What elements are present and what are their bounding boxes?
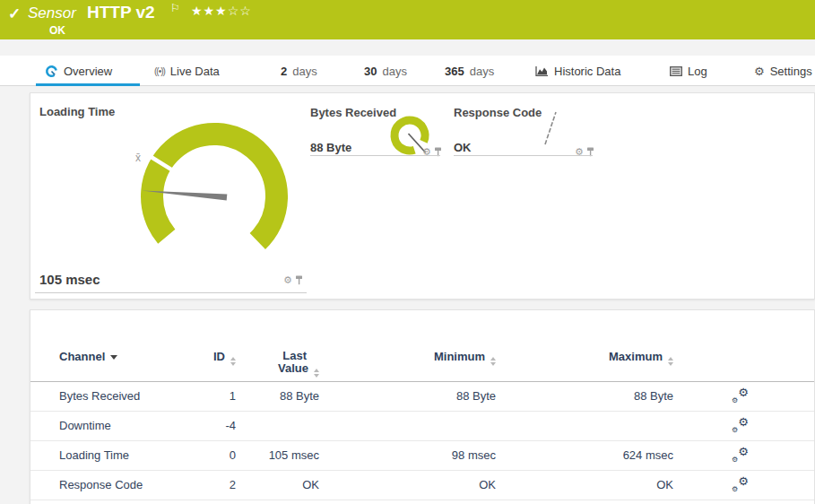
priority-stars[interactable]: ★★★☆☆ bbox=[191, 4, 252, 18]
sort-icon bbox=[490, 357, 496, 366]
bytes-received-title: Bytes Received bbox=[310, 106, 396, 119]
cell-channel: Bytes Received bbox=[59, 382, 140, 411]
flag-icon: ⚐ bbox=[170, 2, 180, 14]
sort-desc-icon bbox=[110, 355, 117, 360]
channel-settings-gears-icon[interactable]: ⚙⚙ bbox=[732, 478, 749, 493]
sensor-title: HTTP v2 bbox=[87, 3, 155, 22]
response-code-value: OK bbox=[454, 141, 472, 154]
sensor-header: ✓ Sensor HTTP v2 ⚐ ★★★☆☆ OK bbox=[0, 0, 815, 39]
header-channel[interactable]: Channel bbox=[59, 350, 117, 363]
cell-id: 2 bbox=[156, 471, 236, 500]
table-row: Bytes Received 1 88 Byte 88 Byte 88 Byte… bbox=[30, 382, 814, 412]
header-maximum-label: Maximum bbox=[609, 350, 663, 363]
cell-last-value: OK bbox=[238, 471, 319, 500]
cell-id: 0 bbox=[156, 441, 236, 470]
tab-30-days[interactable]: 30 days bbox=[364, 56, 407, 86]
channel-settings-gears-icon[interactable]: ⚙⚙ bbox=[732, 419, 749, 434]
cell-channel: Loading Time bbox=[59, 441, 129, 470]
table-row: Loading Time 0 105 msec 98 msec 624 msec… bbox=[30, 441, 814, 471]
loading-time-panel-actions[interactable]: ⚙ bbox=[283, 275, 303, 285]
active-tab-underline bbox=[36, 83, 140, 86]
cell-minimum: OK bbox=[379, 471, 496, 500]
loading-time-gauge: x̄ bbox=[125, 111, 304, 264]
channel-table-header: Channel ID Last Value Minimum Maximum bbox=[30, 310, 814, 382]
header-maximum[interactable]: Maximum bbox=[557, 350, 673, 366]
cell-maximum: OK bbox=[557, 471, 673, 500]
tab-live-data-label: Live Data bbox=[170, 65, 220, 78]
tab-settings-label: Settings bbox=[770, 65, 812, 78]
tab-log[interactable]: Log bbox=[670, 56, 707, 86]
header-id[interactable]: ID bbox=[156, 350, 236, 366]
gear-icon[interactable]: ⚙ bbox=[283, 275, 292, 285]
gauge-icon bbox=[45, 65, 58, 78]
header-minimum-label: Minimum bbox=[434, 350, 485, 363]
sort-icon bbox=[230, 357, 236, 366]
table-row: Response Code 2 OK OK OK ⚙⚙ bbox=[30, 471, 814, 500]
sort-icon bbox=[314, 369, 319, 378]
bytes-received-divider bbox=[310, 155, 440, 156]
tab-30-days-label: days bbox=[382, 65, 406, 78]
area-chart-icon bbox=[534, 65, 549, 77]
tab-365-days-label: days bbox=[470, 65, 494, 78]
live-data-icon: ((•)) bbox=[154, 66, 165, 76]
tab-overview-label: Overview bbox=[64, 65, 112, 78]
cell-id: -4 bbox=[156, 412, 236, 440]
tab-overview[interactable]: Overview bbox=[45, 56, 112, 86]
table-row: Downtime -4 ⚙⚙ bbox=[30, 412, 814, 441]
cell-minimum: 98 msec bbox=[379, 441, 496, 470]
cell-channel: Downtime bbox=[59, 412, 111, 440]
tab-2-days-number: 2 bbox=[281, 65, 287, 78]
log-list-icon bbox=[670, 66, 682, 76]
tab-bar: Overview ((•)) Live Data 2 days 30 days … bbox=[0, 56, 815, 86]
sensor-kind-label: Sensor bbox=[28, 4, 76, 22]
header-last-value[interactable]: Last Value bbox=[238, 350, 319, 378]
tab-live-data[interactable]: ((•)) Live Data bbox=[154, 56, 220, 86]
cell-last-value: 88 Byte bbox=[238, 382, 319, 411]
sensor-status-text: OK bbox=[49, 24, 65, 37]
tab-30-days-number: 30 bbox=[364, 65, 377, 78]
prtg-sensor-page: { "colors": { "accent_green": "#b6c518",… bbox=[0, 0, 815, 504]
settings-gear-icon: ⚙ bbox=[754, 65, 765, 77]
header-id-label: ID bbox=[213, 350, 225, 363]
tab-historic-data-label: Historic Data bbox=[554, 65, 620, 78]
tab-365-days-number: 365 bbox=[445, 65, 464, 78]
tab-2-days[interactable]: 2 days bbox=[281, 56, 317, 86]
cell-id: 1 bbox=[156, 382, 236, 411]
pin-icon[interactable] bbox=[295, 275, 303, 285]
channel-settings-gears-icon[interactable]: ⚙⚙ bbox=[732, 448, 749, 464]
gauges-panel: Loading Time x̄ 0 msec 624 msec 105 msec… bbox=[30, 92, 815, 300]
header-last-value-line1: Last bbox=[238, 350, 319, 362]
bytes-received-value: 88 Byte bbox=[310, 141, 351, 154]
cell-minimum: 88 Byte bbox=[379, 382, 496, 411]
tab-settings[interactable]: ⚙ Settings bbox=[754, 56, 812, 86]
gauge-needle bbox=[545, 112, 556, 144]
status-ok-check-icon: ✓ bbox=[8, 4, 21, 23]
response-code-title: Response Code bbox=[454, 106, 542, 119]
tab-2-days-label: days bbox=[292, 65, 316, 78]
tab-historic-data[interactable]: Historic Data bbox=[534, 56, 620, 86]
channel-settings-gears-icon[interactable]: ⚙⚙ bbox=[732, 389, 749, 404]
tab-365-days[interactable]: 365 days bbox=[445, 56, 494, 86]
cell-channel: Response Code bbox=[59, 471, 143, 500]
response-code-divider bbox=[454, 155, 593, 156]
tab-log-label: Log bbox=[688, 65, 707, 78]
average-marker-label: x̄ bbox=[135, 152, 141, 164]
cell-last-value: 105 msec bbox=[238, 441, 319, 470]
channel-table-panel: Channel ID Last Value Minimum Maximum By… bbox=[30, 309, 815, 504]
cell-maximum: 624 msec bbox=[557, 441, 673, 470]
loading-time-value: 105 msec bbox=[39, 272, 100, 287]
header-minimum[interactable]: Minimum bbox=[379, 350, 496, 366]
loading-time-title: Loading Time bbox=[39, 105, 115, 118]
sort-icon bbox=[668, 357, 673, 366]
header-last-value-line2: Value bbox=[278, 361, 308, 375]
header-channel-label: Channel bbox=[59, 350, 105, 363]
cell-maximum: 88 Byte bbox=[557, 382, 673, 411]
loading-time-divider bbox=[35, 292, 307, 293]
response-code-gauge bbox=[537, 107, 564, 150]
